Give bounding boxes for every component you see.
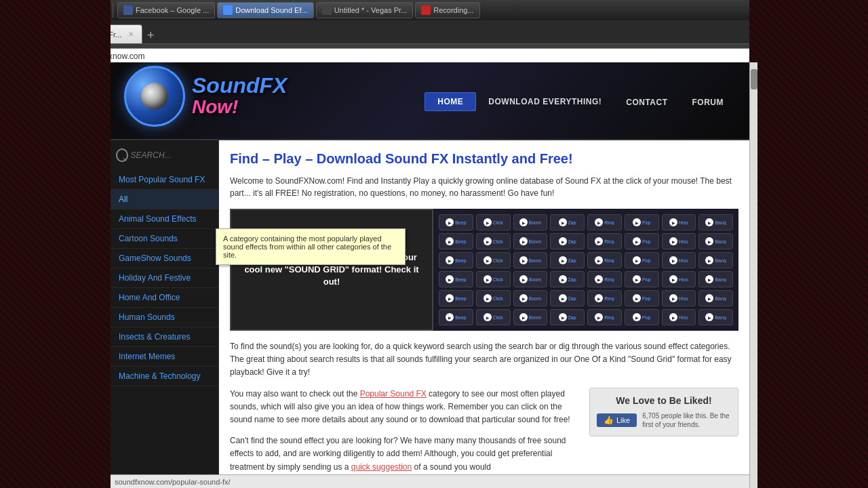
grid-cell[interactable]: Zap bbox=[550, 309, 585, 325]
grid-cell[interactable]: Bang bbox=[698, 214, 733, 230]
sidebar-item-holiday[interactable]: Holiday And Festive bbox=[111, 268, 218, 288]
sidebar-item-popular[interactable]: Most Popular Sound FX bbox=[111, 170, 218, 190]
search-input[interactable] bbox=[131, 150, 213, 160]
grid-cell[interactable]: Hiss bbox=[662, 290, 696, 306]
sidebar-item-machine[interactable]: Machine & Technology bbox=[111, 367, 218, 386]
grid-play-button[interactable] bbox=[705, 275, 713, 283]
nav-contact[interactable]: CONTACT bbox=[614, 94, 679, 111]
grid-cell[interactable]: Beep bbox=[439, 271, 473, 287]
grid-play-button[interactable] bbox=[484, 237, 492, 245]
grid-play-button[interactable] bbox=[446, 218, 454, 226]
grid-play-button[interactable] bbox=[519, 237, 528, 245]
fb-like-button[interactable]: 👍 Like bbox=[597, 413, 637, 427]
grid-play-button[interactable] bbox=[559, 275, 567, 283]
grid-play-button[interactable] bbox=[446, 237, 454, 245]
grid-cell[interactable]: Ring bbox=[587, 309, 622, 325]
address-bar[interactable]: 🌐 soundfxnow.com bbox=[65, 48, 804, 64]
grid-cell[interactable]: Ring bbox=[587, 290, 622, 306]
grid-cell[interactable]: Boom bbox=[513, 233, 548, 249]
grid-play-button[interactable] bbox=[633, 218, 641, 226]
grid-cell[interactable]: Click bbox=[476, 290, 511, 306]
grid-play-button[interactable] bbox=[633, 237, 641, 245]
grid-play-button[interactable] bbox=[595, 218, 603, 226]
grid-play-button[interactable] bbox=[705, 237, 713, 245]
grid-cell[interactable]: Ring bbox=[587, 271, 622, 287]
grid-play-button[interactable] bbox=[705, 218, 713, 226]
scroll-thumb[interactable] bbox=[751, 69, 757, 89]
taskbar-tab-soundfx[interactable]: Download Sound Ef... bbox=[217, 2, 313, 18]
nav-home[interactable]: HOME bbox=[425, 92, 476, 111]
grid-cell[interactable]: Click bbox=[476, 309, 511, 325]
grid-cell[interactable]: Click bbox=[476, 271, 511, 287]
grid-cell[interactable]: Bang bbox=[698, 309, 733, 325]
nav-download[interactable]: DOWNLOAD EVERYTHING! bbox=[476, 93, 614, 110]
grid-play-button[interactable] bbox=[669, 218, 677, 226]
grid-play-button[interactable] bbox=[633, 313, 641, 321]
grid-cell[interactable]: Hiss bbox=[662, 271, 696, 287]
grid-play-button[interactable] bbox=[633, 256, 641, 264]
grid-play-button[interactable] bbox=[446, 294, 454, 302]
grid-cell[interactable]: Zap bbox=[550, 290, 585, 306]
grid-play-button[interactable] bbox=[519, 218, 528, 226]
grid-play-button[interactable] bbox=[705, 313, 713, 321]
sidebar-item-all[interactable]: All bbox=[111, 190, 218, 209]
grid-cell[interactable]: Beep bbox=[439, 309, 473, 325]
grid-cell[interactable]: Ring bbox=[587, 233, 622, 249]
grid-cell[interactable]: Zap bbox=[550, 233, 585, 249]
grid-cell[interactable]: Ring bbox=[587, 214, 622, 230]
grid-play-button[interactable] bbox=[519, 256, 528, 264]
grid-cell[interactable]: Pop bbox=[625, 214, 659, 230]
taskbar-tab-facebook[interactable]: Facebook – Google ... bbox=[117, 2, 215, 18]
grid-play-button[interactable] bbox=[595, 237, 603, 245]
grid-cell[interactable]: Boom bbox=[513, 252, 548, 268]
grid-play-button[interactable] bbox=[559, 256, 567, 264]
grid-cell[interactable]: Hiss bbox=[662, 252, 696, 268]
grid-play-button[interactable] bbox=[595, 294, 603, 302]
grid-cell[interactable]: Beep bbox=[439, 233, 473, 249]
grid-play-button[interactable] bbox=[559, 294, 567, 302]
grid-cell[interactable]: Click bbox=[476, 214, 511, 230]
grid-play-button[interactable] bbox=[519, 313, 528, 321]
grid-play-button[interactable] bbox=[669, 275, 677, 283]
grid-cell[interactable]: Zap bbox=[550, 271, 585, 287]
grid-play-button[interactable] bbox=[519, 294, 528, 302]
grid-play-button[interactable] bbox=[484, 294, 492, 302]
grid-cell[interactable]: Beep bbox=[439, 290, 473, 306]
grid-play-button[interactable] bbox=[484, 275, 492, 283]
nav-forum[interactable]: FORUM bbox=[680, 94, 736, 111]
grid-cell[interactable]: Boom bbox=[513, 290, 548, 306]
grid-cell[interactable]: Bang bbox=[698, 271, 733, 287]
quick-suggestion-link[interactable]: quick suggestion bbox=[351, 462, 412, 472]
grid-cell[interactable]: Zap bbox=[550, 252, 585, 268]
grid-play-button[interactable] bbox=[633, 275, 641, 283]
grid-play-button[interactable] bbox=[559, 313, 567, 321]
grid-cell[interactable]: Hiss bbox=[662, 214, 696, 230]
grid-play-button[interactable] bbox=[484, 218, 492, 226]
scrollbar[interactable] bbox=[749, 62, 757, 488]
grid-cell[interactable]: Hiss bbox=[662, 309, 696, 325]
grid-play-button[interactable] bbox=[484, 256, 492, 264]
grid-cell[interactable]: Click bbox=[476, 252, 511, 268]
tab-close-button[interactable]: ✕ bbox=[128, 30, 134, 38]
grid-play-button[interactable] bbox=[595, 256, 603, 264]
grid-play-button[interactable] bbox=[559, 237, 567, 245]
grid-play-button[interactable] bbox=[595, 275, 603, 283]
grid-cell[interactable]: Boom bbox=[513, 214, 548, 230]
grid-cell[interactable]: Boom bbox=[513, 271, 548, 287]
sidebar-item-memes[interactable]: Internet Memes bbox=[111, 347, 218, 367]
grid-cell[interactable]: Beep bbox=[439, 252, 473, 268]
grid-cell[interactable]: Beep bbox=[439, 214, 473, 230]
grid-cell[interactable]: Pop bbox=[625, 290, 659, 306]
grid-cell[interactable]: Hiss bbox=[662, 233, 696, 249]
grid-play-button[interactable] bbox=[705, 256, 713, 264]
grid-cell[interactable]: Pop bbox=[625, 233, 659, 249]
grid-play-button[interactable] bbox=[633, 294, 641, 302]
sidebar-item-animal[interactable]: Animal Sound Effects bbox=[111, 209, 218, 229]
popular-sound-fx-link[interactable]: Popular Sound FX bbox=[360, 389, 427, 399]
sidebar-item-human[interactable]: Human Sounds bbox=[111, 308, 218, 327]
grid-cell[interactable]: Pop bbox=[625, 309, 659, 325]
grid-cell[interactable]: Pop bbox=[625, 271, 659, 287]
grid-cell[interactable]: Bang bbox=[698, 290, 733, 306]
new-tab-button[interactable]: + bbox=[142, 27, 159, 43]
grid-play-button[interactable] bbox=[595, 313, 603, 321]
